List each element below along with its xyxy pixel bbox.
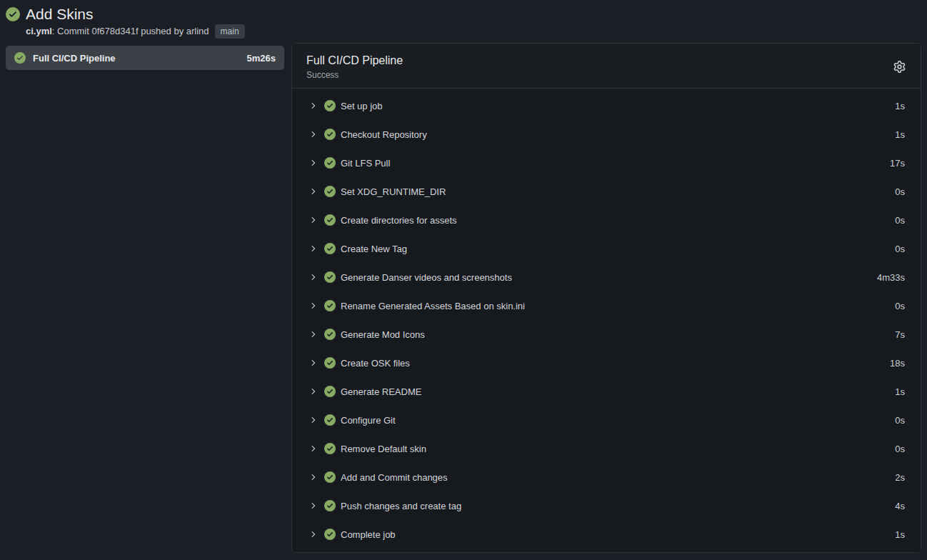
step-row[interactable]: Generate README 1s — [292, 377, 921, 406]
step-duration: 18s — [890, 358, 905, 369]
step-success-check-icon — [324, 329, 336, 340]
step-success-check-icon — [324, 529, 336, 540]
step-name: Generate README — [341, 386, 895, 397]
step-name: Create New Tag — [341, 244, 895, 254]
step-duration: 7s — [895, 329, 905, 340]
step-name: Remove Default skin — [341, 444, 895, 454]
step-row[interactable]: Create New Tag 0s — [292, 234, 921, 263]
step-row[interactable]: Checkout Repository 1s — [292, 120, 921, 149]
actions-run-page: Add Skins ci.yml: Commit 0f678d341f push… — [0, 0, 927, 557]
chevron-right-icon[interactable] — [309, 273, 318, 281]
step-name: Push changes and create tag — [341, 501, 895, 511]
step-duration: 1s — [895, 386, 905, 397]
chevron-right-icon[interactable] — [309, 216, 318, 224]
chevron-right-icon[interactable] — [309, 187, 318, 196]
step-row[interactable]: Generate Danser videos and screenshots 4… — [292, 263, 921, 291]
step-row[interactable]: Set up job 1s — [292, 91, 921, 120]
chevron-right-icon[interactable] — [309, 501, 318, 510]
step-name: Set XDG_RUNTIME_DIR — [341, 186, 895, 197]
job-success-check-icon — [14, 52, 26, 64]
step-success-check-icon — [324, 357, 336, 369]
gear-icon[interactable] — [891, 58, 908, 75]
step-name: Checkout Repository — [341, 129, 895, 140]
step-row[interactable]: Complete job 1s — [292, 520, 921, 549]
step-row[interactable]: Configure Git 0s — [292, 406, 921, 434]
step-success-check-icon — [324, 386, 336, 397]
step-name: Complete job — [341, 529, 895, 540]
chevron-right-icon[interactable] — [309, 101, 318, 110]
step-duration: 0s — [895, 186, 905, 197]
step-row[interactable]: Add and Commit changes 2s — [292, 463, 921, 491]
jobs-sidebar: Full CI/CD Pipeline 5m26s — [6, 43, 284, 70]
chevron-right-icon[interactable] — [309, 130, 318, 139]
step-name: Rename Generated Assets Based on skin.in… — [341, 301, 895, 311]
step-duration: 4s — [895, 501, 905, 511]
step-duration: 1s — [895, 101, 905, 111]
run-header: Add Skins ci.yml: Commit 0f678d341f push… — [6, 4, 921, 39]
step-success-check-icon — [324, 129, 336, 140]
step-success-check-icon — [324, 214, 336, 226]
job-detail-header: Full CI/CD Pipeline Success — [292, 44, 921, 89]
step-success-check-icon — [324, 500, 336, 511]
commit-summary: : Commit 0f678d341f pushed by arlind — [52, 24, 209, 39]
job-name: Full CI/CD Pipeline — [33, 53, 240, 64]
run-title: Add Skins — [26, 4, 921, 24]
step-row[interactable]: Set XDG_RUNTIME_DIR 0s — [292, 177, 921, 206]
step-duration: 0s — [895, 415, 905, 426]
job-duration: 5m26s — [247, 53, 276, 64]
step-row[interactable]: Rename Generated Assets Based on skin.in… — [292, 291, 921, 320]
steps-list: Set up job 1s Checkout Repository 1s Git… — [292, 89, 921, 552]
job-item-full-pipeline[interactable]: Full CI/CD Pipeline 5m26s — [6, 46, 284, 70]
step-name: Configure Git — [341, 415, 895, 426]
panel-job-status: Success — [306, 69, 891, 81]
step-name: Add and Commit changes — [341, 472, 895, 483]
step-name: Create OSK files — [341, 358, 890, 369]
step-duration: 1s — [895, 129, 905, 140]
step-name: Generate Mod Icons — [341, 329, 895, 340]
panel-job-title: Full CI/CD Pipeline — [306, 54, 891, 68]
step-name: Set up job — [341, 101, 895, 111]
step-duration: 17s — [890, 158, 905, 169]
step-row[interactable]: Create OSK files 18s — [292, 349, 921, 377]
step-success-check-icon — [324, 300, 336, 311]
step-success-check-icon — [324, 414, 336, 426]
chevron-right-icon[interactable] — [309, 473, 318, 481]
step-success-check-icon — [324, 271, 336, 283]
step-name: Create directories for assets — [341, 215, 895, 226]
step-duration: 1s — [895, 529, 905, 540]
step-success-check-icon — [324, 100, 336, 111]
branch-badge[interactable]: main — [215, 24, 245, 39]
chevron-right-icon[interactable] — [309, 359, 318, 367]
step-name: Git LFS Pull — [341, 158, 890, 169]
run-success-check-icon — [6, 7, 20, 21]
chevron-right-icon[interactable] — [309, 387, 318, 396]
job-detail-header-text: Full CI/CD Pipeline Success — [306, 54, 891, 81]
step-duration: 0s — [895, 215, 905, 226]
step-duration: 2s — [895, 472, 905, 483]
step-success-check-icon — [324, 243, 336, 254]
chevron-right-icon[interactable] — [309, 416, 318, 424]
step-success-check-icon — [324, 157, 336, 169]
step-success-check-icon — [324, 443, 336, 454]
step-success-check-icon — [324, 471, 336, 483]
chevron-right-icon[interactable] — [309, 301, 318, 310]
step-duration: 0s — [895, 301, 905, 311]
chevron-right-icon[interactable] — [309, 244, 318, 253]
run-subtitle: ci.yml: Commit 0f678d341f pushed by arli… — [26, 24, 921, 39]
step-row[interactable]: Create directories for assets 0s — [292, 206, 921, 234]
step-row[interactable]: Generate Mod Icons 7s — [292, 320, 921, 349]
chevron-right-icon[interactable] — [309, 530, 318, 539]
step-duration: 4m33s — [877, 272, 905, 283]
chevron-right-icon[interactable] — [309, 444, 318, 453]
run-content: Full CI/CD Pipeline 5m26s Full CI/CD Pip… — [6, 43, 921, 553]
step-duration: 0s — [895, 444, 905, 454]
workflow-filename: ci.yml — [26, 24, 52, 39]
chevron-right-icon[interactable] — [309, 330, 318, 339]
step-row[interactable]: Remove Default skin 0s — [292, 434, 921, 463]
step-row[interactable]: Push changes and create tag 4s — [292, 491, 921, 520]
job-detail-panel: Full CI/CD Pipeline Success Set up job 1… — [291, 43, 921, 553]
chevron-right-icon[interactable] — [309, 159, 318, 167]
step-duration: 0s — [895, 244, 905, 254]
step-row[interactable]: Git LFS Pull 17s — [292, 149, 921, 177]
step-success-check-icon — [324, 186, 336, 197]
